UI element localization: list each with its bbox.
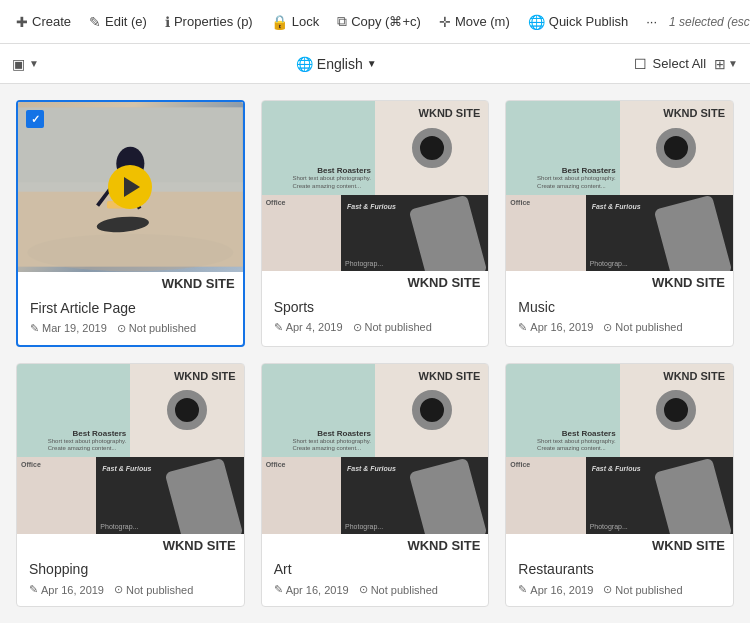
view-toggle[interactable]: ▣ ▼: [12, 56, 39, 72]
move-icon: ✛: [439, 14, 451, 30]
globe-icon: 🌐: [528, 14, 545, 30]
card-image: WKND SITE Best Roasters Short text about…: [262, 364, 489, 534]
card-status: ⊙ Not published: [117, 322, 196, 335]
card-page-name: Restaurants: [518, 561, 721, 577]
card-body: Restaurants ✎ Apr 16, 2019 ⊙ Not publish…: [506, 553, 733, 606]
collage-bottom-left: Office: [506, 195, 585, 272]
play-arrow-icon: [124, 177, 140, 197]
card-shopping[interactable]: WKND SITE Best Roasters Short text about…: [16, 363, 245, 608]
collage-bottom: Office Fast & Furious Photograp...: [506, 457, 733, 534]
card-meta: ✎ Apr 16, 2019 ⊙ Not published: [29, 583, 232, 596]
coffee-icon: [167, 390, 207, 430]
card-date: ✎ Apr 16, 2019: [274, 583, 349, 596]
move-button[interactable]: ✛ Move (m): [431, 9, 518, 35]
chevron-down-icon: ▼: [728, 58, 738, 69]
card-body: Music ✎ Apr 16, 2019 ⊙ Not published: [506, 291, 733, 344]
unpublished-icon: ⊙: [359, 583, 368, 596]
unpublished-icon: ⊙: [353, 321, 362, 334]
create-button[interactable]: ✚ Create: [8, 9, 79, 35]
globe-lang-icon: 🌐: [296, 56, 313, 72]
collage-top-left: Best Roasters Short text about photograp…: [262, 364, 375, 458]
card-image: WKND SITE Best Roasters Short text about…: [262, 101, 489, 271]
card-status: ⊙ Not published: [353, 321, 432, 334]
calendar-icon: ✎: [274, 321, 283, 334]
chevron-down-icon: ▼: [367, 58, 377, 69]
calendar-icon: ✎: [274, 583, 283, 596]
skater-background: [18, 102, 243, 272]
quick-publish-button[interactable]: 🌐 Quick Publish: [520, 9, 636, 35]
edit-button[interactable]: ✎ Edit (e): [81, 9, 155, 35]
collage-top-left: Best Roasters Short text about photograp…: [262, 101, 375, 195]
select-all-button[interactable]: ☐ Select All: [634, 56, 706, 72]
copy-label: Copy (⌘+c): [351, 14, 421, 29]
unpublished-icon: ⊙: [603, 583, 612, 596]
plus-icon: ✚: [16, 14, 28, 30]
language-selector[interactable]: 🌐 English ▼: [296, 56, 377, 72]
card-page-name: Music: [518, 299, 721, 315]
pencil-icon: ✎: [89, 14, 101, 30]
info-icon: ℹ: [165, 14, 170, 30]
card-body: Shopping ✎ Apr 16, 2019 ⊙ Not published: [17, 553, 244, 606]
card-site-name: WKND SITE: [262, 534, 489, 554]
coffee-icon: [412, 390, 452, 430]
card-body: Sports ✎ Apr 4, 2019 ⊙ Not published: [262, 291, 489, 344]
card-image-wrapper: WKND SITE Best Roasters Short text about…: [262, 101, 489, 271]
lock-button[interactable]: 🔒 Lock: [263, 9, 327, 35]
grid-view-button[interactable]: ⊞ ▼: [714, 56, 738, 72]
card-image-wrapper: WKND SITE Best Roasters Short text about…: [506, 101, 733, 271]
collage-bottom-left: Office: [506, 457, 585, 534]
card-status: ⊙ Not published: [359, 583, 438, 596]
card-page-name: First Article Page: [30, 300, 231, 316]
collage-bottom-left: Office: [262, 457, 341, 534]
card-image-wrapper: WKND SITE Best Roasters Short text about…: [262, 364, 489, 534]
properties-label: Properties (p): [174, 14, 253, 29]
card-date: ✎ Apr 4, 2019: [274, 321, 343, 334]
coffee-icon: [412, 128, 452, 168]
card-site-name: WKND SITE: [262, 271, 489, 291]
collage-bottom-right: Fast & Furious Photograp...: [586, 457, 733, 534]
phone-shape: [654, 457, 733, 533]
card-site-overlay: WKND SITE: [174, 370, 236, 382]
main-toolbar: ✚ Create ✎ Edit (e) ℹ Properties (p) 🔒 L…: [0, 0, 750, 44]
card-site-overlay: WKND SITE: [419, 370, 481, 382]
coffee-icon: [656, 128, 696, 168]
collage-bottom: Office Fast & Furious Photograp...: [262, 457, 489, 534]
card-music[interactable]: WKND SITE Best Roasters Short text about…: [505, 100, 734, 347]
copy-button[interactable]: ⧉ Copy (⌘+c): [329, 8, 429, 35]
card-meta: ✎ Apr 16, 2019 ⊙ Not published: [518, 321, 721, 334]
calendar-icon: ✎: [518, 583, 527, 596]
copy-icon: ⧉: [337, 13, 347, 30]
play-button[interactable]: [108, 165, 152, 209]
collage-bottom-right: Fast & Furious Photograp...: [586, 195, 733, 272]
card-restaurants[interactable]: WKND SITE Best Roasters Short text about…: [505, 363, 734, 608]
unpublished-icon: ⊙: [117, 322, 126, 335]
phone-shape: [164, 457, 243, 533]
card-page-name: Shopping: [29, 561, 232, 577]
phone-shape: [654, 195, 733, 271]
card-image: [18, 102, 243, 272]
card-image: WKND SITE Best Roasters Short text about…: [506, 364, 733, 534]
card-image: WKND SITE Best Roasters Short text about…: [506, 101, 733, 271]
card-site-name: WKND SITE: [17, 534, 244, 554]
card-date: ✎ Apr 16, 2019: [29, 583, 104, 596]
card-meta: ✎ Apr 4, 2019 ⊙ Not published: [274, 321, 477, 334]
properties-button[interactable]: ℹ Properties (p): [157, 9, 261, 35]
more-button[interactable]: ···: [638, 9, 665, 34]
selected-checkbox[interactable]: [26, 110, 44, 128]
card-sports[interactable]: WKND SITE Best Roasters Short text about…: [261, 100, 490, 347]
card-body: Art ✎ Apr 16, 2019 ⊙ Not published: [262, 553, 489, 606]
secondary-toolbar: ▣ ▼ 🌐 English ▼ ☐ Select All ⊞ ▼: [0, 44, 750, 84]
card-date: ✎ Apr 16, 2019: [518, 321, 593, 334]
collage-background: WKND SITE Best Roasters Short text about…: [262, 364, 489, 534]
coffee-icon: [656, 390, 696, 430]
collage-bottom: Office Fast & Furious Photograp...: [17, 457, 244, 534]
card-date: ✎ Mar 19, 2019: [30, 322, 107, 335]
card-date: ✎ Apr 16, 2019: [518, 583, 593, 596]
card-art[interactable]: WKND SITE Best Roasters Short text about…: [261, 363, 490, 608]
collage-top-left: Best Roasters Short text about photograp…: [506, 101, 619, 195]
selected-label: 1 selected (escape): [669, 15, 750, 29]
unpublished-icon: ⊙: [603, 321, 612, 334]
card-first-article[interactable]: WKND SITE First Article Page ✎ Mar 19, 2…: [16, 100, 245, 347]
card-image: WKND SITE Best Roasters Short text about…: [17, 364, 244, 534]
card-site-name: WKND SITE: [506, 271, 733, 291]
